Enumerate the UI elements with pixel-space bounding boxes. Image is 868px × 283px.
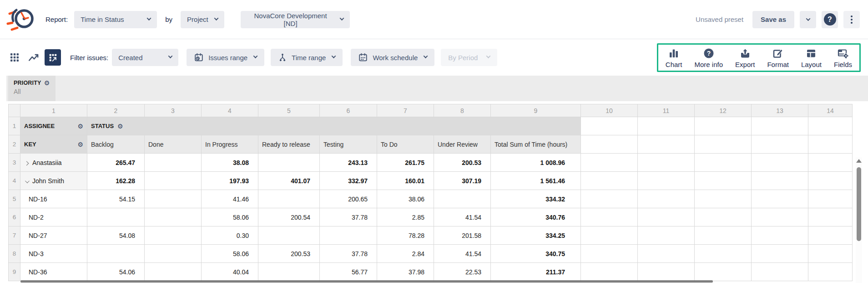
empty-grid-cell[interactable] xyxy=(808,135,853,154)
time-range-button[interactable]: Time range xyxy=(271,49,343,66)
time-value-cell[interactable] xyxy=(145,172,202,190)
total-hours-cell[interactable]: 340.76 xyxy=(491,208,581,226)
horizontal-scrollbar-thumb[interactable] xyxy=(20,280,713,283)
scroll-up-arrow-icon[interactable] xyxy=(856,159,862,163)
column-number-header[interactable]: 13 xyxy=(752,104,808,117)
time-value-cell[interactable]: 41.54 xyxy=(434,245,491,263)
empty-grid-cell[interactable] xyxy=(581,154,638,172)
empty-grid-cell[interactable] xyxy=(752,154,808,172)
empty-grid-cell[interactable] xyxy=(808,263,853,281)
time-value-cell[interactable]: 37.78 xyxy=(320,245,377,263)
time-value-cell[interactable]: 200.54 xyxy=(258,208,320,226)
column-number-header[interactable]: 9 xyxy=(491,104,581,117)
empty-grid-cell[interactable] xyxy=(752,135,808,154)
empty-grid-cell[interactable] xyxy=(638,154,695,172)
empty-grid-cell[interactable] xyxy=(752,117,808,135)
time-value-cell[interactable] xyxy=(145,154,202,172)
more-menu-button[interactable] xyxy=(843,11,860,28)
empty-grid-cell[interactable] xyxy=(695,190,752,208)
time-value-cell[interactable]: 307.19 xyxy=(434,172,491,190)
total-hours-cell[interactable]: 1 008.96 xyxy=(491,154,581,172)
time-value-cell[interactable]: 2.85 xyxy=(377,208,434,226)
time-value-cell[interactable]: 265.47 xyxy=(87,154,145,172)
empty-grid-cell[interactable] xyxy=(581,208,638,226)
time-value-cell[interactable]: 37.98 xyxy=(377,263,434,281)
time-value-cell[interactable]: 332.97 xyxy=(320,172,377,190)
empty-grid-cell[interactable] xyxy=(752,226,808,245)
column-number-header[interactable]: 10 xyxy=(581,104,638,117)
help-button[interactable]: ? xyxy=(822,11,838,28)
status-column-header[interactable]: Under Review xyxy=(434,135,491,154)
time-value-cell[interactable] xyxy=(434,190,491,208)
time-value-cell[interactable] xyxy=(258,226,320,245)
total-hours-cell[interactable]: 211.37 xyxy=(491,263,581,281)
empty-grid-cell[interactable] xyxy=(581,190,638,208)
time-value-cell[interactable]: 197.93 xyxy=(202,172,258,190)
time-value-cell[interactable]: 78.28 xyxy=(377,226,434,245)
more-info-action-button[interactable]: ? More info xyxy=(695,48,723,68)
status-column-header[interactable]: Backlog xyxy=(87,135,145,154)
time-value-cell[interactable]: 54.08 xyxy=(87,226,145,245)
total-hours-cell[interactable]: 334.32 xyxy=(491,190,581,208)
empty-grid-cell[interactable] xyxy=(581,117,638,135)
expand-toggle-icon[interactable] xyxy=(25,161,29,165)
column-number-header[interactable]: 12 xyxy=(695,104,752,117)
time-value-cell[interactable]: 200.53 xyxy=(258,245,320,263)
settings-gear-icon[interactable]: ⚙ xyxy=(117,123,123,129)
column-number-header[interactable]: 4 xyxy=(202,104,258,117)
empty-grid-cell[interactable] xyxy=(808,154,853,172)
empty-grid-cell[interactable] xyxy=(638,263,695,281)
time-value-cell[interactable] xyxy=(320,226,377,245)
empty-grid-cell[interactable] xyxy=(808,208,853,226)
empty-grid-cell[interactable] xyxy=(695,172,752,190)
empty-grid-cell[interactable] xyxy=(581,245,638,263)
status-column-header[interactable]: Done xyxy=(145,135,202,154)
empty-grid-cell[interactable] xyxy=(581,263,638,281)
empty-grid-cell[interactable] xyxy=(695,135,752,154)
vertical-scrollbar[interactable] xyxy=(856,157,862,283)
save-options-button[interactable] xyxy=(800,11,816,28)
column-number-header[interactable]: 14 xyxy=(808,104,853,117)
status-header-cell[interactable]: STATUS⚙ xyxy=(87,117,581,135)
grid-view-button[interactable] xyxy=(6,49,23,66)
empty-grid-cell[interactable] xyxy=(808,190,853,208)
column-number-header[interactable]: 5 xyxy=(258,104,320,117)
column-number-header[interactable]: 8 xyxy=(434,104,491,117)
time-value-cell[interactable]: 0.30 xyxy=(202,226,258,245)
project-dropdown[interactable]: NovaCore Development [ND] xyxy=(241,11,350,28)
time-value-cell[interactable]: 261.75 xyxy=(377,154,434,172)
time-value-cell[interactable]: 200.65 xyxy=(320,190,377,208)
time-value-cell[interactable] xyxy=(87,208,145,226)
column-number-header[interactable]: 11 xyxy=(638,104,695,117)
issue-key-cell[interactable]: ND-16 xyxy=(20,190,87,208)
empty-grid-cell[interactable] xyxy=(695,245,752,263)
time-value-cell[interactable]: 58.06 xyxy=(202,208,258,226)
empty-grid-cell[interactable] xyxy=(808,226,853,245)
status-column-header[interactable]: To Do xyxy=(377,135,434,154)
empty-grid-cell[interactable] xyxy=(752,190,808,208)
filter-issues-dropdown[interactable]: Created xyxy=(112,49,178,66)
format-action-button[interactable]: Format xyxy=(767,48,789,68)
time-value-cell[interactable] xyxy=(258,154,320,172)
time-value-cell[interactable] xyxy=(87,245,145,263)
empty-grid-cell[interactable] xyxy=(752,172,808,190)
time-value-cell[interactable]: 160.01 xyxy=(377,172,434,190)
time-value-cell[interactable] xyxy=(258,263,320,281)
assignee-name-cell[interactable]: John Smith xyxy=(20,172,87,190)
time-value-cell[interactable]: 58.06 xyxy=(202,245,258,263)
empty-grid-cell[interactable] xyxy=(638,135,695,154)
empty-grid-cell[interactable] xyxy=(638,117,695,135)
total-hours-cell[interactable]: 334.25 xyxy=(491,226,581,245)
time-value-cell[interactable]: 54.06 xyxy=(87,263,145,281)
export-action-button[interactable]: Export xyxy=(735,48,755,68)
empty-grid-cell[interactable] xyxy=(695,154,752,172)
time-value-cell[interactable] xyxy=(258,190,320,208)
column-number-header[interactable]: 2 xyxy=(87,104,145,117)
time-value-cell[interactable]: 22.53 xyxy=(434,263,491,281)
time-value-cell[interactable]: 38.06 xyxy=(377,190,434,208)
empty-grid-cell[interactable] xyxy=(638,226,695,245)
empty-grid-cell[interactable] xyxy=(752,263,808,281)
assignee-name-cell[interactable]: Anastasiia xyxy=(20,154,87,172)
status-column-header[interactable]: Total Sum of Time (hours) xyxy=(491,135,581,154)
empty-grid-cell[interactable] xyxy=(695,226,752,245)
